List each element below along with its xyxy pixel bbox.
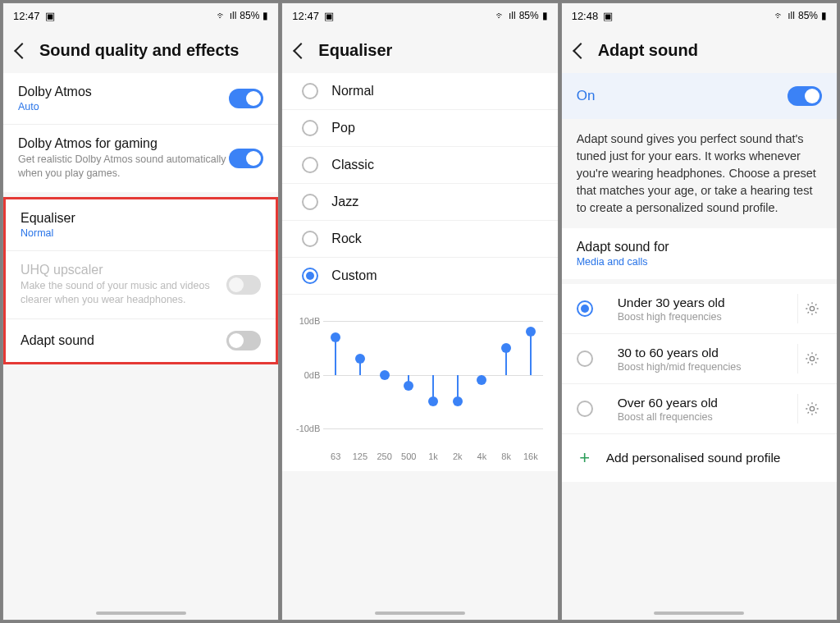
radio-icon[interactable] <box>302 268 318 284</box>
screen-equaliser: 12:47 ▣ ᯤ ıll 85% ▮ Equaliser NormalPopC… <box>281 2 558 621</box>
radio-label: Pop <box>331 121 354 135</box>
image-icon: ▣ <box>45 10 55 22</box>
back-icon[interactable] <box>293 43 309 59</box>
age-row-0[interactable]: Under 30 years oldBoost high frequencies <box>562 284 837 334</box>
radio-row-jazz[interactable]: Jazz <box>282 184 557 221</box>
radio-icon[interactable] <box>302 157 318 173</box>
age-sub: Boost all frequencies <box>618 411 792 423</box>
image-icon: ▣ <box>603 10 613 22</box>
settings-list: Dolby Atmos Auto Dolby Atmos for gaming … <box>3 73 278 192</box>
page-header: Adapt sound <box>562 28 837 73</box>
age-sub: Boost high frequencies <box>618 311 792 323</box>
age-title: Under 30 years old <box>618 295 792 310</box>
eq-band-63[interactable] <box>323 303 348 447</box>
age-title: 30 to 60 years old <box>618 346 792 360</box>
radio-row-custom[interactable]: Custom <box>282 258 557 295</box>
x-label: 63 <box>323 451 348 461</box>
radio-icon[interactable] <box>302 194 318 210</box>
back-icon[interactable] <box>14 43 30 59</box>
wifi-icon: ᯤ <box>495 10 505 21</box>
radio-label: Custom <box>331 268 377 283</box>
home-indicator[interactable] <box>375 612 465 615</box>
radio-label: Normal <box>331 84 374 98</box>
eq-band-1k[interactable] <box>421 303 445 447</box>
x-label: 2k <box>445 451 470 461</box>
x-label: 16k <box>518 451 543 461</box>
row-adapt-on[interactable]: On <box>562 73 837 119</box>
toggle-dolby-atmos[interactable] <box>229 89 263 108</box>
row-equaliser[interactable]: Equaliser Normal <box>6 199 276 251</box>
plus-icon: + <box>577 447 593 469</box>
radio-row-rock[interactable]: Rock <box>282 221 557 258</box>
battery-text: 85% <box>519 10 539 21</box>
battery-icon: ▮ <box>821 10 827 21</box>
clock: 12:48 <box>572 10 599 22</box>
page-header: Equaliser <box>282 28 557 73</box>
status-bar: 12:47 ▣ ᯤ ıll 85% ▮ <box>282 3 557 28</box>
clock: 12:47 <box>13 10 40 22</box>
wifi-icon: ᯤ <box>774 10 784 21</box>
x-label: 4k <box>470 451 495 461</box>
x-label: 1k <box>421 451 445 461</box>
toggle-dolby-gaming[interactable] <box>229 149 263 168</box>
home-indicator[interactable] <box>96 612 186 615</box>
radio-label: Jazz <box>331 195 358 209</box>
radio-icon[interactable] <box>302 83 318 99</box>
eq-band-8k[interactable] <box>494 303 518 447</box>
signal-icon: ıll <box>788 10 795 21</box>
eq-band-2k[interactable] <box>445 303 470 447</box>
eq-band-125[interactable] <box>348 303 372 447</box>
radio-icon[interactable] <box>577 300 593 317</box>
wifi-icon: ᯤ <box>217 10 226 21</box>
row-adapt-sound[interactable]: Adapt sound <box>6 319 276 362</box>
gear-icon[interactable] <box>797 344 827 373</box>
radio-label: Rock <box>331 231 361 246</box>
age-row-2[interactable]: Over 60 years oldBoost all frequencies <box>562 384 837 434</box>
battery-text: 85% <box>240 10 259 21</box>
x-label: 125 <box>348 451 372 461</box>
x-label: 500 <box>396 451 421 461</box>
eq-band-250[interactable] <box>372 303 397 447</box>
svg-point-0 <box>810 306 815 310</box>
radio-row-pop[interactable]: Pop <box>282 110 557 147</box>
age-row-1[interactable]: 30 to 60 years oldBoost high/mid frequen… <box>562 334 837 384</box>
radio-row-normal[interactable]: Normal <box>282 73 557 110</box>
radio-icon[interactable] <box>302 120 318 136</box>
signal-icon: ıll <box>509 10 516 21</box>
page-header: Sound quality and effects <box>3 28 278 73</box>
x-label: 250 <box>372 451 397 461</box>
home-indicator[interactable] <box>654 612 744 615</box>
age-presets: Under 30 years oldBoost high frequencies… <box>562 284 837 482</box>
eq-band-16k[interactable] <box>518 303 543 447</box>
page-title: Sound quality and effects <box>39 41 239 60</box>
row-dolby-gaming[interactable]: Dolby Atmos for gaming Get realistic Dol… <box>3 125 278 192</box>
toggle-adapt-sound[interactable] <box>226 331 261 350</box>
battery-text: 85% <box>798 10 818 21</box>
equaliser-chart[interactable]: 10dB 0dB -10dB 631252505001k2k4k8k16k <box>282 295 557 471</box>
radio-icon[interactable] <box>577 401 593 417</box>
gear-icon[interactable] <box>797 394 827 424</box>
y-label-10db: 10dB <box>290 316 320 326</box>
eq-band-4k[interactable] <box>470 303 495 447</box>
battery-icon: ▮ <box>542 10 548 21</box>
radio-label: Classic <box>331 158 374 172</box>
toggle-uhq <box>226 275 261 295</box>
toggle-adapt-on[interactable] <box>788 86 822 106</box>
add-profile-row[interactable]: +Add personalised sound profile <box>562 434 837 482</box>
image-icon: ▣ <box>324 10 334 22</box>
status-bar: 12:48 ▣ ᯤ ıll 85% ▮ <box>562 3 837 28</box>
eq-band-500[interactable] <box>396 303 421 447</box>
gear-icon[interactable] <box>797 294 827 323</box>
radio-icon[interactable] <box>577 350 593 367</box>
age-sub: Boost high/mid frequencies <box>618 361 792 373</box>
row-adapt-for[interactable]: Adapt sound for Media and calls <box>562 228 837 279</box>
back-icon[interactable] <box>573 43 589 59</box>
row-dolby-atmos[interactable]: Dolby Atmos Auto <box>3 73 278 125</box>
page-title: Equaliser <box>318 41 392 60</box>
x-label: 8k <box>494 451 518 461</box>
screen-adapt-sound: 12:48 ▣ ᯤ ıll 85% ▮ Adapt sound On Adapt… <box>561 2 838 621</box>
y-label-neg10db: -10dB <box>290 424 320 433</box>
age-title: Over 60 years old <box>618 396 792 410</box>
radio-row-classic[interactable]: Classic <box>282 147 557 184</box>
radio-icon[interactable] <box>302 231 318 247</box>
